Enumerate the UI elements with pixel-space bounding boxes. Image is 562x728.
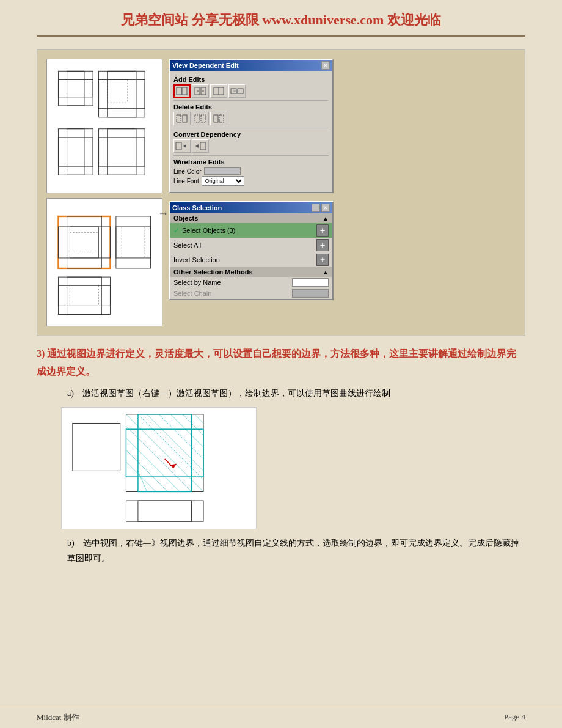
svg-rect-4: [108, 71, 136, 117]
svg-rect-47: [67, 277, 102, 314]
svg-rect-10: [99, 129, 145, 175]
add-edit-btn-4[interactable]: [228, 84, 246, 98]
vde-dialog: View Dependent Edit × Add Edits: [169, 59, 334, 193]
vde-title: View Dependent Edit: [172, 62, 239, 69]
cs-select-chain-row: Select Chain: [170, 288, 332, 299]
cs-other-methods-label: Other Selection Methods: [173, 268, 253, 276]
step-b-text: 选中视图，右键—》视图边界，通过细节视图自定义线的方式，选取绘制的边界，即可完成…: [67, 539, 519, 563]
vde-close-button[interactable]: ×: [321, 61, 330, 70]
svg-rect-12: [99, 138, 145, 166]
cs-scroll-up[interactable]: ▲: [323, 215, 329, 222]
cs-objects-header: Objects ▲: [170, 213, 332, 223]
del-edit-btn-2[interactable]: [192, 112, 209, 125]
cs-check-icon: ✓: [173, 226, 180, 235]
svg-rect-38: [58, 226, 110, 257]
line-color-label: Line Color: [173, 168, 202, 175]
cs-close-button[interactable]: ×: [321, 204, 330, 212]
cs-select-all-label: Select All: [173, 241, 201, 249]
svg-rect-15: [58, 138, 93, 166]
cs-dialog: Class Selection — × Objects ▲: [169, 201, 334, 300]
add-edits-buttons: [173, 84, 329, 98]
svg-rect-0: [58, 71, 93, 106]
convert-btn-2[interactable]: [192, 139, 209, 153]
svg-rect-13: [58, 129, 93, 175]
bottom-drawing-panel: [46, 198, 162, 326]
svg-rect-29: [183, 115, 187, 122]
cs-select-by-name-label: Select by Name: [173, 279, 221, 286]
step-b-item: b) 选中视图，右键—》视图边界，通过细节视图自定义线的方式，选取绘制的边界，即…: [67, 535, 525, 566]
cs-select-chain-label: Select Chain: [173, 290, 211, 297]
cs-objects-label: Objects: [173, 215, 198, 222]
cs-select-objects-label: Select Objects (3): [182, 227, 235, 234]
del-edit-btn-3[interactable]: [210, 112, 227, 125]
svg-rect-34: [176, 142, 181, 150]
line-font-label: Line Font: [173, 178, 199, 185]
step-3-number: 3): [37, 348, 47, 359]
cs-invert-label: Invert Selection: [173, 256, 220, 263]
svg-rect-2: [58, 79, 93, 97]
cs-titlebar: Class Selection — ×: [170, 202, 332, 213]
line-color-box[interactable]: [204, 167, 241, 175]
cs-title-buttons: — ×: [312, 204, 330, 212]
add-edit-btn-2[interactable]: [192, 84, 209, 98]
svg-rect-17: [182, 87, 187, 95]
del-edit-btn-1[interactable]: [173, 112, 191, 125]
top-screenshot-row: View Dependent Edit × Add Edits: [46, 59, 516, 193]
step-3-body: 通过视图边界进行定义，灵活度最大，可以设置自己想要的边界，方法很多种，这里主要讲…: [37, 348, 516, 377]
page-footer: Mildcat 制作 Page 4: [0, 707, 562, 728]
svg-rect-30: [195, 115, 200, 122]
convert-btn-1[interactable]: [173, 139, 191, 153]
page-header: 兄弟空间站 分享无极限 www.xduniverse.com 欢迎光临: [0, 0, 562, 35]
svg-rect-1: [67, 71, 84, 106]
step-a-drawing: [61, 407, 257, 529]
line-font-row: Line Font Original: [173, 176, 329, 186]
wireframe-section: Wireframe Edits Line Color Line Font Ori…: [173, 155, 329, 186]
cs-select-by-name-row: Select by Name: [170, 277, 332, 288]
step-3-text: 3) 通过视图边界进行定义，灵活度最大，可以设置自己想要的边界，方法很多种，这里…: [37, 345, 525, 381]
svg-rect-32: [214, 115, 218, 122]
cs-select-all-row[interactable]: Select All +: [170, 238, 332, 252]
convert-dep-buttons: [173, 139, 329, 153]
svg-rect-51: [70, 411, 248, 524]
add-edit-btn-1[interactable]: [173, 84, 191, 98]
svg-rect-11: [108, 129, 136, 175]
cs-name-input[interactable]: [292, 278, 329, 287]
wireframe-label: Wireframe Edits: [173, 158, 329, 166]
vde-titlebar: View Dependent Edit ×: [170, 60, 332, 71]
step-a-label: a): [67, 389, 82, 398]
svg-rect-42: [116, 216, 151, 268]
svg-rect-16: [177, 87, 181, 95]
main-content: View Dependent Edit × Add Edits: [0, 43, 562, 584]
svg-rect-39: [70, 226, 98, 257]
step-a-drawing-svg: [67, 411, 250, 524]
line-color-row: Line Color: [173, 167, 329, 175]
step-a-text: 激活视图草图（右键—）激活视图草图），绘制边界，可以使用草图曲线进行绘制: [82, 389, 390, 398]
cs-select-all-btn[interactable]: +: [316, 239, 329, 251]
svg-rect-37: [67, 216, 102, 268]
add-edit-btn-3[interactable]: [210, 84, 227, 98]
step-a-item: a) 激活视图草图（右键—）激活视图草图），绘制边界，可以使用草图曲线进行绘制: [67, 386, 525, 401]
header-divider: [37, 35, 525, 37]
text-section: 3) 通过视图边界进行定义，灵活度最大，可以设置自己想要的边界，方法很多种，这里…: [37, 345, 525, 566]
vde-divider-2: [173, 128, 329, 128]
cs-select-objects-row[interactable]: ✓ Select Objects (3) +: [170, 223, 332, 238]
screenshot-area: View Dependent Edit × Add Edits: [37, 49, 525, 336]
convert-dep-label: Convert Dependency: [173, 131, 329, 138]
cs-invert-btn[interactable]: +: [316, 254, 329, 266]
cs-other-scroll[interactable]: ▲: [323, 269, 329, 276]
cs-chain-input[interactable]: [292, 289, 329, 298]
svg-rect-26: [238, 89, 243, 94]
svg-rect-46: [58, 277, 110, 314]
cs-select-objects-btn[interactable]: +: [316, 224, 329, 237]
svg-rect-33: [219, 115, 224, 122]
cs-invert-selection-row[interactable]: Invert Selection +: [170, 252, 332, 267]
line-font-select[interactable]: Original: [202, 176, 244, 186]
cs-other-methods-header: Other Selection Methods ▲: [170, 267, 332, 277]
footer-left: Mildcat 制作: [37, 712, 79, 723]
add-edits-label: Add Edits: [173, 76, 329, 83]
top-drawing-svg: [53, 65, 156, 187]
footer-right: Page 4: [504, 712, 525, 723]
svg-rect-48: [58, 285, 110, 306]
cs-title: Class Selection: [172, 204, 222, 211]
cs-minimize-button[interactable]: —: [312, 204, 320, 212]
